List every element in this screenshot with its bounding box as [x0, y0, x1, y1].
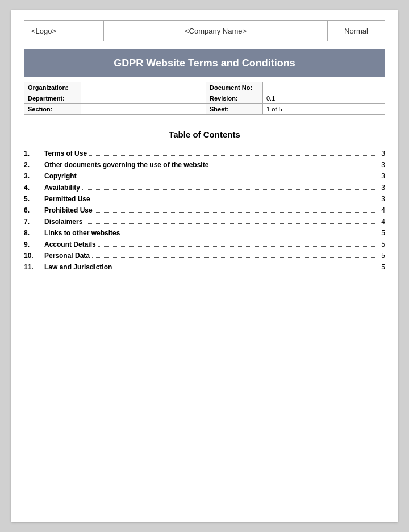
toc-item: 9.Account Details5 — [24, 240, 385, 248]
toc-item-dots — [211, 167, 375, 167]
toc-item-page: 3 — [377, 149, 385, 157]
toc-item: 6.Prohibited Use4 — [24, 206, 385, 214]
toc-item-dots — [82, 189, 375, 190]
toc-item-dots — [122, 235, 375, 235]
toc-item-label: Availability — [44, 184, 80, 192]
toc-title: Table of Contents — [24, 130, 385, 139]
toc-item-dots — [95, 212, 375, 213]
header-style: Normal — [328, 21, 385, 41]
toc-item: 3.Copyright3 — [24, 172, 385, 180]
toc-item: 8.Links to other websites5 — [24, 229, 385, 237]
toc-item-dots — [114, 269, 375, 269]
toc-item-page: 3 — [377, 172, 385, 180]
toc-item-label: Account Details — [44, 240, 96, 248]
info-right-label: Sheet: — [206, 104, 263, 115]
header-logo: <Logo> — [24, 21, 104, 41]
toc-item-label: Terms of Use — [44, 149, 87, 157]
toc-item: 5.Permitted Use3 — [24, 195, 385, 203]
toc-item-label: Law and Jurisdiction — [44, 263, 112, 271]
toc-item-page: 3 — [377, 195, 385, 203]
toc-item-label: Prohibited Use — [44, 206, 93, 214]
info-left-label: Organization: — [24, 82, 81, 93]
info-table-row: Section:Sheet:1 of 5 — [24, 104, 385, 115]
toc-item: 7.Disclaimers4 — [24, 218, 385, 226]
toc-item-number: 9. — [24, 240, 44, 248]
page: <Logo> <Company Name> Normal GDPR Websit… — [11, 10, 398, 522]
toc-item-number: 7. — [24, 218, 44, 226]
toc-item: 11.Law and Jurisdiction5 — [24, 263, 385, 271]
info-right-value — [263, 82, 385, 93]
info-table-row: Organization:Document No: — [24, 82, 385, 93]
toc-item: 2.Other documents governing the use of t… — [24, 161, 385, 169]
toc-item-number: 3. — [24, 172, 44, 180]
info-left-label: Section: — [24, 104, 81, 115]
header-bar: <Logo> <Company Name> Normal — [24, 20, 385, 41]
toc-item-page: 4 — [377, 206, 385, 214]
toc-item-label: Personal Data — [44, 252, 90, 260]
title-banner: GDPR Website Terms and Conditions — [24, 49, 385, 77]
toc-list: 1.Terms of Use32.Other documents governi… — [24, 149, 385, 271]
toc-item-label: Links to other websites — [44, 229, 120, 237]
info-left-value — [81, 104, 206, 115]
document-title: GDPR Website Terms and Conditions — [31, 57, 378, 69]
toc-item-label: Other documents governing the use of the… — [44, 161, 208, 169]
toc-item-page: 5 — [377, 229, 385, 237]
info-right-label: Revision: — [206, 93, 263, 104]
info-left-value — [81, 82, 206, 93]
toc-item-page: 5 — [377, 252, 385, 260]
toc-item-dots — [89, 155, 375, 156]
info-right-value: 1 of 5 — [263, 104, 385, 115]
toc-item: 4.Availability3 — [24, 184, 385, 192]
toc-item-number: 5. — [24, 195, 44, 203]
toc-item-number: 10. — [24, 252, 44, 260]
info-left-value — [81, 93, 206, 104]
toc-item-number: 2. — [24, 161, 44, 169]
toc-item-dots — [79, 178, 375, 178]
info-table: Organization:Document No:Department:Revi… — [24, 82, 385, 115]
toc-item-number: 1. — [24, 149, 44, 157]
toc-item-number: 4. — [24, 184, 44, 192]
toc-item-dots — [93, 201, 375, 201]
info-right-value: 0.1 — [263, 93, 385, 104]
toc-item-number: 6. — [24, 206, 44, 214]
toc-item-page: 4 — [377, 218, 385, 226]
toc-item-page: 5 — [377, 263, 385, 271]
toc-item: 10.Personal Data5 — [24, 252, 385, 260]
toc-item-dots — [85, 223, 375, 224]
toc-item-number: 11. — [24, 263, 44, 271]
toc-item-page: 5 — [377, 240, 385, 248]
toc-item-number: 8. — [24, 229, 44, 237]
toc-item-page: 3 — [377, 184, 385, 192]
toc-section: Table of Contents 1.Terms of Use32.Other… — [24, 130, 385, 271]
toc-item-label: Disclaimers — [44, 218, 82, 226]
toc-item-page: 3 — [377, 161, 385, 169]
info-table-row: Department:Revision:0.1 — [24, 93, 385, 104]
info-left-label: Department: — [24, 93, 81, 104]
toc-item-label: Copyright — [44, 172, 77, 180]
toc-item-label: Permitted Use — [44, 195, 90, 203]
header-company: <Company Name> — [104, 21, 328, 41]
toc-item-dots — [92, 257, 375, 258]
toc-item: 1.Terms of Use3 — [24, 149, 385, 157]
info-right-label: Document No: — [206, 82, 263, 93]
toc-item-dots — [98, 246, 375, 247]
